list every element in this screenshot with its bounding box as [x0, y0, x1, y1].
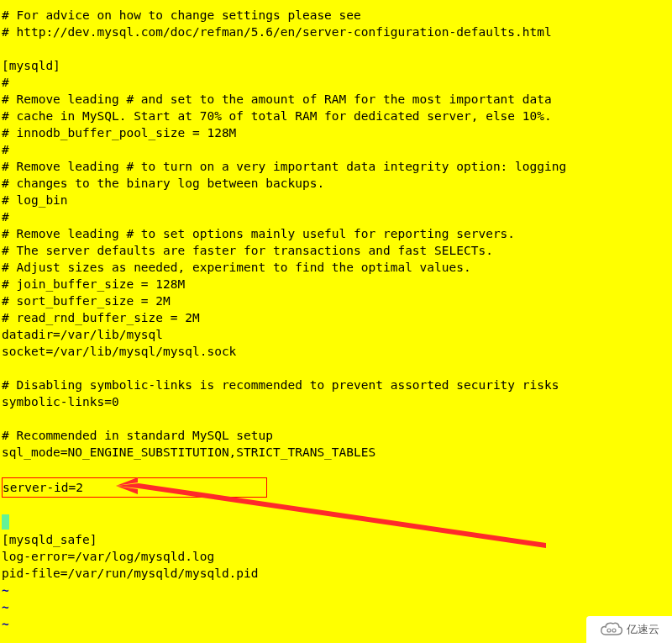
highlighted-setting: server-id=2	[2, 477, 267, 498]
config-file-text: # For advice on how to change settings p…	[2, 7, 670, 632]
config-line: log-error=/var/log/mysqld.log	[2, 548, 670, 565]
config-line: # log_bin	[2, 192, 670, 208]
config-line: # innodb_buffer_pool_size = 128M	[2, 124, 670, 141]
config-line: pid-file=/var/run/mysqld/mysqld.pid	[2, 565, 670, 582]
config-line: [mysqld]	[2, 57, 670, 74]
config-line: datadir=/var/lib/mysql	[2, 326, 670, 343]
config-line	[2, 498, 670, 514]
watermark-text: 亿速云	[627, 621, 659, 638]
config-line: # changes to the binary log between back…	[2, 175, 670, 192]
config-line	[2, 461, 670, 477]
config-line	[2, 410, 670, 427]
config-line	[2, 40, 670, 57]
svg-point-4	[612, 629, 616, 632]
vim-tilde: ~	[2, 598, 670, 615]
config-line: # Remove leading # and set to the amount…	[2, 91, 670, 108]
config-line: sql_mode=NO_ENGINE_SUBSTITUTION,STRICT_T…	[2, 444, 670, 461]
config-line: symbolic-links=0	[2, 393, 670, 410]
config-line: # Disabling symbolic-links is recommende…	[2, 377, 670, 393]
vim-tilde: ~	[2, 582, 670, 598]
cloud-icon	[600, 621, 623, 638]
svg-point-3	[607, 629, 611, 632]
config-line: socket=/var/lib/mysql/mysql.sock	[2, 343, 670, 360]
config-line: # Remove leading # to turn on a very imp…	[2, 158, 670, 175]
config-line: # Adjust sizes as needed, experiment to …	[2, 259, 670, 276]
config-line: #	[2, 74, 670, 91]
config-line: #	[2, 208, 670, 225]
config-line: #	[2, 141, 670, 158]
config-line	[2, 514, 670, 531]
config-line: # For advice on how to change settings p…	[2, 7, 670, 24]
cursor	[2, 514, 9, 530]
config-line: # The server defaults are faster for tra…	[2, 242, 670, 259]
config-line: # sort_buffer_size = 2M	[2, 293, 670, 309]
config-line	[2, 360, 670, 377]
vim-tilde: ~	[2, 615, 670, 632]
config-line: # Recommended in standard MySQL setup	[2, 427, 670, 444]
config-line: [mysqld_safe]	[2, 531, 670, 548]
watermark: 亿速云	[586, 616, 672, 643]
config-line: # read_rnd_buffer_size = 2M	[2, 309, 670, 326]
config-line: # join_buffer_size = 128M	[2, 276, 670, 293]
config-line: # http://dev.mysql.com/doc/refman/5.6/en…	[2, 24, 670, 40]
config-line: # cache in MySQL. Start at 70% of total …	[2, 108, 670, 124]
config-line: # Remove leading # to set options mainly…	[2, 225, 670, 242]
